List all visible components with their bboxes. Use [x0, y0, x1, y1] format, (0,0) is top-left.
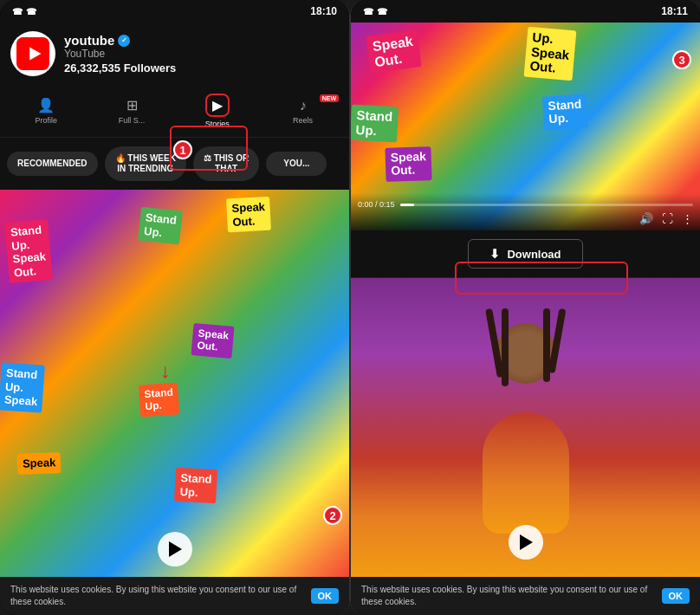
nav-stories[interactable]: ▶ Stories	[175, 90, 261, 132]
progress-fill	[400, 204, 415, 206]
new-badge: NEW	[320, 94, 339, 102]
play-triangle-icon	[169, 541, 182, 557]
arrow-down-1: ↓	[160, 359, 171, 383]
second-thumbnail	[351, 278, 700, 577]
right-ok-button[interactable]: OK	[662, 588, 690, 604]
left-cookie-banner: This website uses cookies. By using this…	[0, 577, 349, 615]
stories-box: ▶	[205, 94, 230, 117]
right-phone-icon-1: ☎	[363, 7, 373, 16]
controls-row: 🔊 ⛶ ⋮	[358, 212, 693, 225]
annotation-2: 2	[323, 506, 342, 525]
video-time: 0:00 / 0:15	[358, 200, 395, 209]
fullscreen-icon: ⊞	[126, 97, 138, 113]
right-time: 18:11	[661, 5, 688, 17]
rcard-4: StandUp.	[541, 94, 587, 130]
play-triangle-icon-right	[520, 534, 533, 550]
stories-icon: ▶	[212, 98, 223, 113]
tab-recommended-label: RECOMMENDED	[17, 159, 88, 168]
rcard-2: Up.SpeakOut.	[523, 27, 576, 81]
volume-icon[interactable]: 🔊	[639, 212, 653, 225]
video-player: SpeakOut. Up.SpeakOut. StandUp. StandUp.…	[351, 23, 700, 230]
verified-badge: ✓	[118, 35, 130, 47]
card-8: StandUp.	[174, 468, 217, 504]
nav-profile-label: Profile	[36, 116, 58, 125]
right-cookie-banner: This website uses cookies. By using this…	[351, 577, 700, 615]
nav-stories-label: Stories	[205, 120, 230, 128]
tab-trending-label: THIS WEEKIN TRENDING	[117, 153, 176, 173]
right-status-icons: ☎ ☎	[363, 7, 387, 16]
left-status-icons: ☎ ☎	[12, 7, 36, 16]
left-status-bar: ☎ ☎ 18:10	[0, 0, 349, 23]
download-icon: ⬇	[489, 247, 500, 261]
youtube-logo	[16, 37, 49, 70]
tab-yt-label: YOU...	[283, 159, 309, 168]
fullscreen-icon[interactable]: ⛶	[662, 212, 673, 225]
rcard-3: StandUp.	[351, 105, 399, 143]
person-body	[483, 412, 569, 534]
video-controls: 0:00 / 0:15 🔊 ⛶ ⋮	[351, 193, 700, 230]
left-phone: ☎ ☎ 18:10 youtube ✓ YouTube 26,332,535 F…	[0, 0, 350, 615]
card-3: SpeakOut.	[226, 197, 271, 233]
nav-profile[interactable]: 👤 Profile	[3, 94, 89, 128]
left-time: 18:10	[310, 5, 337, 17]
profile-info: youtube ✓ YouTube 26,332,535 Followers	[64, 33, 339, 74]
left-video-grid: StandUp.SpeakOut. StandUp. SpeakOut. Sta…	[0, 190, 349, 577]
right-cookie-text: This website uses cookies. By using this…	[361, 584, 657, 608]
tab-thisthat-label: THIS ORTHAT	[214, 153, 250, 173]
annotation-3: 3	[672, 50, 691, 69]
download-button[interactable]: ⬇ Download	[468, 239, 582, 269]
download-label: Download	[507, 248, 561, 261]
card-4: StandUp.Speak	[0, 362, 45, 412]
profile-handle: YouTube	[64, 48, 339, 60]
annotation-1: 1	[173, 140, 192, 159]
profile-name: youtube ✓	[64, 33, 339, 48]
avatar	[10, 31, 55, 76]
right-status-bar: ☎ ☎ 18:11	[351, 0, 700, 23]
card-1: StandUp.SpeakOut.	[4, 219, 53, 283]
followers-count: 26,332,535 Followers	[64, 62, 339, 74]
rcard-1: SpeakOut.	[366, 29, 422, 74]
nav-reels-label: Reels	[293, 116, 313, 125]
tab-youtube[interactable]: YOU...	[266, 152, 327, 176]
card-2: StandUp.	[138, 207, 183, 245]
phone-icon-2: ☎	[26, 7, 36, 16]
left-video-thumbnail: StandUp.SpeakOut. StandUp. SpeakOut. Sta…	[0, 190, 349, 577]
reels-icon: ♪	[300, 98, 307, 113]
left-cookie-text: This website uses cookies. By using this…	[10, 584, 306, 608]
nav-fullscreen-label: Full S...	[119, 116, 146, 125]
nav-fullscreen[interactable]: ⊞ Full S...	[89, 94, 175, 128]
profile-icon: 👤	[37, 97, 55, 113]
hair-2	[502, 308, 509, 386]
download-area: ⬇ Download 3	[351, 230, 700, 278]
right-phone-icon-2: ☎	[377, 7, 387, 16]
second-video	[351, 278, 700, 577]
card-7: Speak	[17, 452, 62, 474]
card-5: StandUp.	[139, 382, 180, 417]
progress-bar[interactable]	[400, 204, 693, 206]
main-container: ☎ ☎ 18:10 youtube ✓ YouTube 26,332,535 F…	[0, 0, 700, 615]
tab-recommended[interactable]: RECOMMENDED	[7, 152, 98, 176]
nav-reels[interactable]: ♪ NEW Reels	[260, 94, 346, 128]
profile-header: youtube ✓ YouTube 26,332,535 Followers	[0, 23, 349, 85]
play-button-left[interactable]	[158, 532, 192, 566]
play-button-right[interactable]	[509, 525, 543, 560]
card-6: SpeakOut.	[191, 323, 234, 359]
tab-trending-emoji: 🔥	[115, 153, 126, 163]
phone-icon-1: ☎	[12, 7, 23, 16]
more-icon[interactable]: ⋮	[682, 212, 693, 225]
right-phone: ☎ ☎ 18:11 SpeakOut. Up.SpeakOut. StandUp…	[350, 0, 700, 615]
tab-this-or-that[interactable]: ⚖ THIS ORTHAT	[193, 146, 259, 181]
tab-thisthat-emoji: ⚖	[204, 153, 211, 163]
time-bar: 0:00 / 0:15	[358, 200, 693, 209]
rcard-5: SpeakOut.	[386, 146, 433, 182]
left-ok-button[interactable]: OK	[311, 588, 340, 604]
nav-icons-row: 👤 Profile ⊞ Full S... ▶ Stories ♪ NEW Re…	[0, 85, 349, 138]
